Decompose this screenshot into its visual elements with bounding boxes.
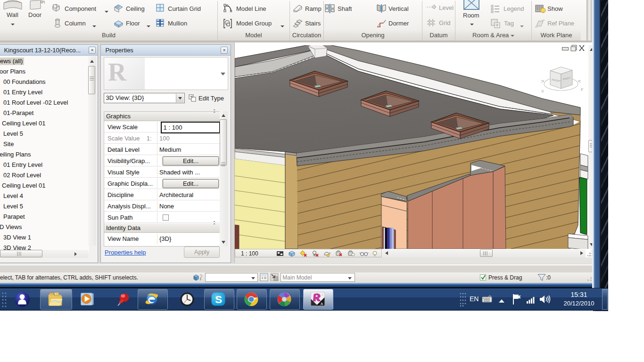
svg-text:S: S	[215, 294, 222, 305]
svg-text:S: S	[541, 89, 544, 93]
svg-text:E: E	[581, 87, 584, 91]
svg-text:A: A	[321, 302, 323, 306]
